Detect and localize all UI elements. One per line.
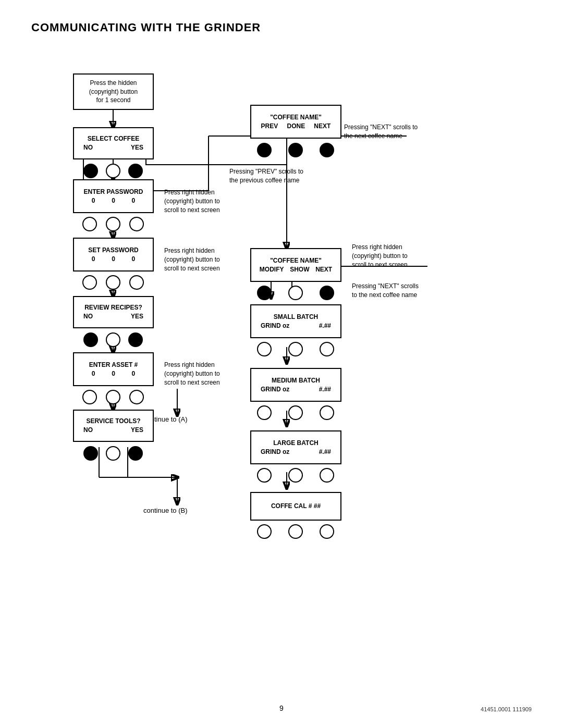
medium-batch-circle2: [288, 405, 303, 420]
press-right-label-1: Press right hidden (copyright) button to…: [164, 188, 258, 214]
enter-password-circle1: [82, 217, 97, 231]
set-password-circle2: [106, 275, 120, 290]
medium-batch-circle1: [257, 405, 272, 420]
coffe-cal-circle1: [257, 524, 272, 539]
coffee-name-top-circle2: [288, 143, 303, 157]
review-recipes-circle2: [106, 332, 120, 347]
page-number: 9: [0, 704, 563, 712]
large-batch-circle2: [288, 468, 303, 483]
coffe-cal-circle3: [320, 524, 334, 539]
coffee-name-modify-circle2: [288, 286, 303, 300]
coffee-name-modify-circle3: [320, 286, 334, 300]
select-coffee-line2: NOYES: [79, 143, 148, 152]
coffe-cal-circle2: [288, 524, 303, 539]
review-recipes-box: REVIEW RECIPES? NOYES: [73, 296, 154, 328]
small-batch-box: SMALL BATCH GRIND oz#.##: [250, 304, 341, 338]
enter-password-box: ENTER PASSWORD 000: [73, 179, 154, 213]
next-scrolls-top-label: Pressing "NEXT" scrolls to the next coff…: [344, 123, 427, 141]
service-tools-circle3: [128, 446, 143, 461]
coffee-name-top-circle1: [257, 143, 272, 157]
large-batch-box: LARGE BATCH GRIND oz#.##: [250, 430, 341, 464]
review-recipes-circle1: [83, 332, 98, 347]
select-coffee-circle-right: [128, 164, 143, 178]
set-password-box: SET PASSWORD 000: [73, 238, 154, 272]
medium-batch-box: MEDIUM BATCH GRIND oz#.##: [250, 368, 341, 402]
enter-asset-circle3: [129, 390, 144, 404]
page-title: COMMUNICATING WITH THE GRINDER: [31, 21, 532, 34]
small-batch-circle1: [257, 342, 272, 356]
press-right-label-4: Press right hidden (copyright) button to…: [352, 243, 446, 269]
enter-password-circle3: [129, 217, 144, 231]
set-password-circle1: [82, 275, 97, 290]
large-batch-circle1: [257, 468, 272, 483]
select-coffee-circle-left: [83, 164, 98, 178]
enter-password-circle2: [106, 217, 120, 231]
doc-number: 41451.0001 111909: [481, 706, 532, 712]
small-batch-circle2: [288, 342, 303, 356]
prev-scrolls-label: Pressing "PREV" scrolls to the previous …: [229, 167, 313, 185]
select-coffee-circle-mid: [106, 164, 120, 178]
press-right-label-2: Press right hidden (copyright) button to…: [164, 246, 258, 273]
small-batch-circle3: [320, 342, 334, 356]
enter-asset-box: ENTER ASSET # 000: [73, 352, 154, 386]
coffee-name-modify-circle1: [257, 286, 272, 300]
large-batch-circle3: [320, 468, 334, 483]
review-recipes-circle3: [128, 332, 143, 347]
coffe-cal-box: COFFE CAL # ##: [250, 492, 341, 521]
next-scrolls-bottom-label: Pressing "NEXT" scrolls to the next coff…: [352, 282, 440, 300]
press-right-label-3: Press right hidden (copyright) button to…: [164, 361, 258, 387]
set-password-circle3: [129, 275, 144, 290]
enter-asset-circle2: [106, 390, 120, 404]
medium-batch-circle3: [320, 405, 334, 420]
enter-asset-circle1: [82, 390, 97, 404]
coffee-name-top-circle3: [320, 143, 334, 157]
service-tools-circle2: [106, 446, 120, 461]
continue-b-label: continue to (B): [143, 506, 188, 515]
service-tools-circle1: [83, 446, 98, 461]
diagram: Press the hidden (copyright) button for …: [31, 50, 532, 691]
select-coffee-line1: SELECT COFFEE: [88, 134, 139, 143]
service-tools-box: SERVICE TOOLS? NOYES: [73, 410, 154, 442]
coffee-name-modify-box: "COFFEE NAME" MODIFYSHOWNEXT: [250, 248, 341, 282]
press-hidden-box: Press the hidden (copyright) button for …: [73, 73, 154, 110]
select-coffee-box: SELECT COFFEE NOYES: [73, 127, 154, 159]
coffee-name-top-box: "COFFEE NAME" PREVDONENEXT: [250, 105, 341, 139]
